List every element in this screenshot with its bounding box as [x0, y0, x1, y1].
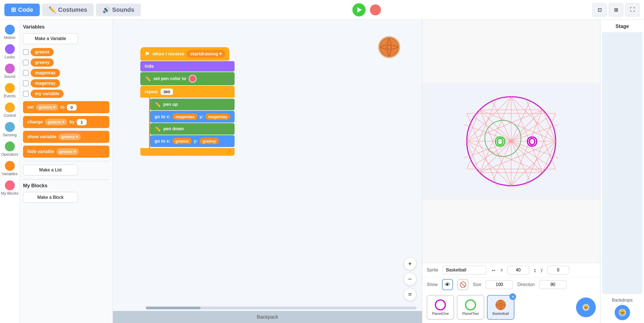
y-label: y [541, 268, 543, 273]
sidebar-item-events[interactable]: Events [0, 81, 19, 100]
y-input[interactable] [547, 266, 569, 274]
delete-sprite-button[interactable]: ✕ [509, 293, 516, 300]
window-fullscreen-button[interactable]: ⛶ [625, 3, 640, 16]
variables-dot [5, 161, 15, 171]
sidebar-item-sensing[interactable]: Sensing [0, 120, 19, 139]
planettwo-label: PlanetTwo [462, 311, 479, 316]
goto-magenta-block[interactable]: go to x: magentax y: magentay [150, 111, 235, 123]
set-variable-block[interactable]: set greenx ▾ to 0 [23, 101, 109, 113]
when-receive-block[interactable]: ⚑ when I receive startdrawing ▾ [140, 47, 229, 61]
svg-text:🐱: 🐱 [583, 304, 589, 310]
var-chip-magentax[interactable]: magentax [31, 69, 60, 77]
sidebar-item-looks[interactable]: Looks [0, 42, 19, 61]
tab-code[interactable]: ⊞ Code [4, 4, 40, 16]
sprite-label: Sprite [427, 268, 438, 273]
sprites-row: PlanetOne PlanetTwo ✕ [422, 292, 600, 323]
sidebar-item-sound[interactable]: Sound [0, 62, 19, 80]
zoom-fit-button[interactable]: = [403, 288, 417, 301]
sidebar-item-motion[interactable]: Motion [0, 23, 19, 41]
var-checkbox-magentax[interactable] [23, 70, 29, 76]
greeny-pill[interactable]: greeny [200, 138, 219, 144]
var-checkbox-greeny[interactable] [23, 60, 29, 65]
pen-down-block[interactable]: ✏️ pen down [150, 123, 235, 135]
sidebar-item-operators[interactable]: Operators [0, 140, 19, 158]
repeat-block[interactable]: repeat 360 ✏️ pen up go to x: magentax y… [140, 86, 235, 156]
show-var-dropdown[interactable]: greenx ▾ [59, 134, 81, 140]
script-horizontal-scrollbar[interactable] [146, 307, 417, 309]
script-scrollbar-thumb[interactable] [146, 307, 201, 309]
control-dot [5, 103, 15, 112]
zoom-out-button[interactable]: − [403, 273, 417, 286]
script-area: ⚑ when I receive startdrawing ▾ hide ✏️ … [113, 20, 422, 323]
sprite-card-basketball[interactable]: ✕ Basketball [487, 295, 514, 320]
sprite-info-row: Sprite ↔ x ↕ y [422, 263, 600, 277]
change-variable-block[interactable]: change greenx ▾ by 1 [23, 116, 109, 128]
event-dropdown[interactable]: startdrawing ▾ [187, 50, 225, 58]
stage-right-panel: Stage Backdrops 🐱 [600, 20, 644, 323]
green-flag-button[interactable] [352, 3, 366, 16]
hide-block[interactable]: hide [140, 61, 235, 72]
pen-down-icon: ✏️ [155, 126, 161, 132]
sprite-card-planettwo[interactable]: PlanetTwo [457, 295, 484, 320]
var-chip-greeny[interactable]: greeny [31, 58, 54, 67]
var-checkbox-myvariable[interactable] [23, 91, 29, 97]
operators-dot [5, 141, 15, 151]
tab-costumes[interactable]: ✏️ Costumes [42, 4, 94, 16]
sidebar-item-label-sound: Sound [4, 74, 15, 79]
set-var-dropdown[interactable]: greenx ▾ [36, 104, 58, 110]
change-val-input[interactable]: 1 [77, 119, 87, 125]
hide-variable-block[interactable]: hide variable greenx ▾ [23, 146, 109, 158]
category-sidebar: Motion Looks Sound Events Control Sensin… [0, 20, 20, 323]
show-eye-button[interactable]: 👁 [442, 279, 453, 290]
add-backdrop-button[interactable]: 🐱 [615, 305, 630, 320]
var-chip-greenx[interactable]: greenx [31, 48, 54, 56]
var-chip-magentay[interactable]: magentay [31, 79, 60, 87]
tab-sounds[interactable]: 🔊 Sounds [96, 4, 141, 16]
make-variable-button[interactable]: Make a Variable [23, 33, 78, 44]
x-input[interactable] [507, 266, 529, 274]
hide-eye-button[interactable]: 🚫 [457, 279, 468, 290]
sidebar-item-label-myblocks: My Blocks [1, 191, 19, 195]
repeat-count[interactable]: 360 [161, 89, 173, 95]
backpack-bar[interactable]: Backpack [113, 311, 422, 323]
sidebar-item-variables[interactable]: Variables [0, 159, 19, 178]
sound-dot [5, 64, 15, 73]
zoom-in-button[interactable]: + [403, 257, 417, 270]
set-val-input[interactable]: 0 [67, 104, 77, 110]
sprite-card-planetone[interactable]: PlanetOne [427, 295, 454, 320]
hide-var-dropdown[interactable]: greenx ▾ [56, 148, 79, 155]
window-small-button[interactable]: ⊡ [592, 3, 607, 16]
window-split-button[interactable]: ⊞ [609, 3, 623, 16]
show-variable-block[interactable]: show variable greenx ▾ [23, 131, 109, 143]
add-sprite-button[interactable]: 🐱 [576, 298, 596, 317]
sprite-name-input[interactable] [443, 266, 486, 274]
goto-green-block[interactable]: go to x: greenx y: greeny [150, 135, 235, 147]
sidebar-item-myblocks[interactable]: My Blocks [0, 179, 19, 197]
looks-dot [5, 44, 15, 54]
stop-button[interactable] [370, 4, 381, 15]
var-chip-myvariable[interactable]: my variable [31, 90, 64, 98]
backdrops-label: Backdrops [600, 296, 644, 305]
stage-thumbnail[interactable] [602, 32, 642, 294]
pen-up-icon: ✏️ [155, 101, 161, 107]
make-list-button[interactable]: Make a List [23, 165, 78, 175]
change-var-dropdown[interactable]: greenx ▾ [45, 119, 67, 125]
stage-area: O O Sprite ↔ x ↕ y [422, 20, 600, 323]
magentax-pill[interactable]: magentax [173, 114, 197, 120]
make-block-button[interactable]: Make a Block [23, 192, 78, 203]
set-label: set [27, 105, 34, 110]
size-input[interactable] [486, 280, 513, 289]
sidebar-item-control[interactable]: Control [0, 101, 19, 119]
set-pen-color-block[interactable]: ✏️ set pen color to [140, 72, 235, 85]
pen-color-dot[interactable] [189, 75, 196, 83]
sprite-thumbnail [378, 36, 400, 58]
pen-icon: ✏️ [145, 76, 151, 82]
var-checkbox-greenx[interactable] [23, 49, 29, 55]
blocks-panel: Variables Make a Variable greenx greeny … [20, 20, 113, 323]
direction-input[interactable] [539, 280, 566, 289]
magentay-pill[interactable]: magentay [206, 114, 230, 120]
greenx-pill[interactable]: greenx [173, 138, 192, 144]
pen-up-block[interactable]: ✏️ pen up [150, 99, 235, 110]
var-checkbox-magentay[interactable] [23, 81, 29, 86]
show-row: Show 👁 🚫 Size Direction [422, 277, 600, 292]
